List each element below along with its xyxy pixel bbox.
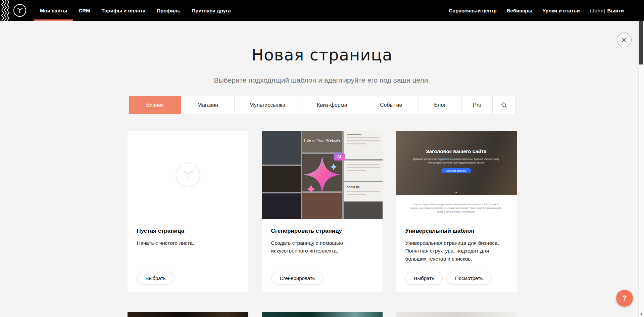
about-us-placeholder: About us (344, 182, 383, 201)
text-placeholder (344, 161, 383, 181)
nav-item-pricing[interactable]: Тарифы и оплата (96, 0, 151, 21)
template-card-partial (396, 312, 517, 317)
preview-hero-title: Заголовок вашего сайта (426, 148, 486, 154)
templates-row-partial (128, 312, 517, 317)
preview-cta-button: Основное действие (441, 168, 472, 173)
preview-site-title: Title of Your Website (262, 138, 383, 142)
ai-generate-preview: About us Title of Your Website (262, 131, 383, 219)
tab-business[interactable]: Бизнес (129, 96, 181, 114)
about-us-label: About us (347, 185, 380, 189)
nav-item-profile[interactable]: Профиль (151, 0, 186, 21)
search-tab[interactable] (493, 96, 515, 114)
close-button[interactable] (617, 33, 632, 47)
template-card-universal: Заголовок вашего сайта Добавьте интересн… (396, 131, 517, 292)
page-subtitle: Выберите подходящий шаблон и адаптируйте… (0, 76, 644, 84)
secondary-nav: Справочный центр Вебинары Уроки и статьи… (444, 0, 644, 21)
zigzag-pattern (0, 0, 9, 21)
page-title: Новая страница (0, 45, 644, 64)
text-placeholder (344, 131, 383, 159)
preview-hero: Заголовок вашего сайта Добавьте интересн… (396, 131, 517, 195)
vertical-scrollbar[interactable]: ▼ (638, 21, 644, 317)
nav-item-invite-friend[interactable]: Пригласи друга (186, 0, 236, 21)
preview-hero-subtitle: Добавьте интересные подробности о вашей … (413, 157, 500, 165)
logout-label: Выйти (607, 8, 624, 13)
choose-blank-button[interactable]: Выбрать (137, 272, 175, 285)
help-chat-button[interactable]: ? (616, 290, 633, 307)
template-card-partial (128, 312, 248, 317)
card-title: Сгенерировать страницу (271, 228, 373, 234)
templates-grid: Пустая страница Начать с чистого листа. … (128, 131, 517, 317)
tab-blog[interactable]: Блог (418, 96, 462, 114)
nav-item-help-center[interactable]: Справочный центр (444, 0, 501, 21)
user-name: (John) (590, 8, 605, 13)
photo-collage: About us (262, 131, 383, 219)
card-description: Универсальная страница для бизнеса. Поня… (405, 239, 507, 263)
preview-body-section: Коротко представьтесь и расскажите о ком… (396, 195, 517, 219)
card-title: Универсальный шаблон (405, 228, 507, 234)
template-card-partial (262, 312, 383, 317)
universal-template-preview: Заголовок вашего сайта Добавьте интересн… (396, 131, 517, 219)
tab-event[interactable]: Событие (364, 96, 418, 114)
scrollbar-thumb[interactable] (639, 21, 643, 64)
chevron-down-icon: ⌄ (396, 189, 517, 194)
card-description: Начать с чистого листа. (137, 239, 239, 247)
tab-store[interactable]: Магазин (181, 96, 235, 114)
generate-button[interactable]: Сгенерировать (271, 272, 324, 285)
nav-item-webinars[interactable]: Вебинары (502, 0, 538, 21)
card-description: Создать страницу с помощью искусственног… (271, 239, 373, 255)
blank-page-preview (128, 131, 248, 219)
nav-item-crm[interactable]: CRM (73, 0, 96, 21)
search-icon (501, 102, 507, 108)
tab-multilink[interactable]: Мультиссылка (235, 96, 300, 114)
template-card-blank: Пустая страница Начать с чистого листа. … (128, 131, 248, 292)
nav-item-lessons[interactable]: Уроки и статьи (538, 0, 585, 21)
scroll-down-arrow[interactable]: ▼ (639, 311, 644, 317)
tilda-logo-icon (16, 6, 24, 14)
tilda-watermark-icon (176, 163, 200, 187)
card-title: Пустая страница (137, 228, 239, 234)
tab-quiz-form[interactable]: Квиз-форма (300, 96, 364, 114)
template-card-ai-generate: About us Title of Your Website (262, 131, 383, 292)
preview-body-text: Коротко представьтесь и расскажите о ком… (410, 202, 502, 214)
nav-item-my-sites[interactable]: Мои сайты (34, 0, 73, 21)
preview-universal-button[interactable]: Посмотреть (446, 272, 492, 285)
close-icon (622, 37, 627, 43)
nav-item-logout[interactable]: (John) Выйти (585, 0, 629, 21)
primary-nav: Мои сайты CRM Тарифы и оплата Профиль Пр… (34, 0, 237, 21)
choose-universal-button[interactable]: Выбрать (405, 272, 443, 285)
top-navbar: Мои сайты CRM Тарифы и оплата Профиль Пр… (0, 0, 644, 21)
tab-pro[interactable]: Pro (462, 96, 493, 114)
ai-badge: AI (334, 153, 345, 161)
tilda-logo[interactable] (13, 4, 26, 17)
template-category-tabs: Бизнес Магазин Мультиссылка Квиз-форма С… (129, 96, 515, 114)
